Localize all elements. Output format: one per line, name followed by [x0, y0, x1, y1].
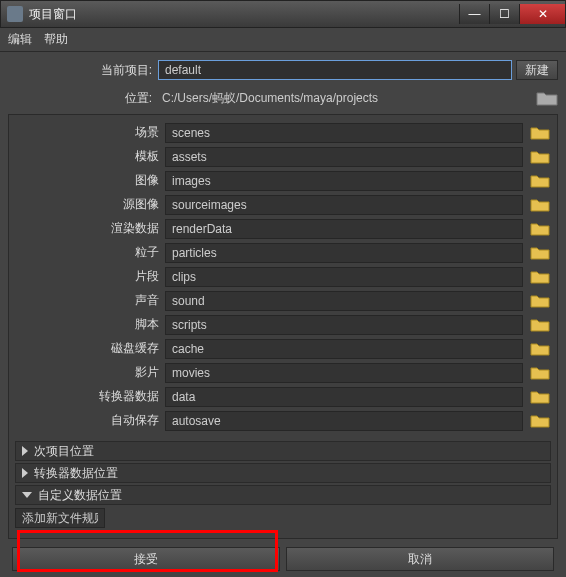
current-project-row: 当前项目: 新建 — [8, 58, 558, 82]
location-row: 声音sound — [15, 289, 551, 312]
current-project-input[interactable] — [158, 60, 512, 80]
location-row-value[interactable]: particles — [165, 243, 523, 263]
location-row-label: 自动保存 — [15, 412, 165, 429]
window-titlebar[interactable]: 项目窗口 — ☐ ✕ — [0, 0, 566, 28]
browse-folder-button[interactable] — [529, 341, 551, 357]
browse-folder-button[interactable] — [529, 125, 551, 141]
browse-folder-button[interactable] — [529, 365, 551, 381]
section-secondary-locations[interactable]: 次项目位置 — [15, 441, 551, 461]
location-row: 转换器数据data — [15, 385, 551, 408]
app-icon — [7, 6, 23, 22]
current-project-label: 当前项目: — [8, 62, 158, 79]
location-row-value[interactable]: scripts — [165, 315, 523, 335]
location-row: 影片movies — [15, 361, 551, 384]
location-row: 片段clips — [15, 265, 551, 288]
browse-folder-button[interactable] — [529, 317, 551, 333]
new-project-button[interactable]: 新建 — [516, 60, 558, 80]
custom-subfield-row — [15, 507, 551, 529]
section-translator-locations[interactable]: 转换器数据位置 — [15, 463, 551, 483]
location-row-value[interactable]: movies — [165, 363, 523, 383]
location-row-value[interactable]: data — [165, 387, 523, 407]
location-row-value[interactable]: sourceimages — [165, 195, 523, 215]
chevron-down-icon — [22, 492, 32, 498]
location-row-label: 磁盘缓存 — [15, 340, 165, 357]
browse-location-button[interactable] — [536, 90, 558, 106]
location-row-label: 声音 — [15, 292, 165, 309]
location-path: C:/Users/蚂蚁/Documents/maya/projects — [158, 90, 530, 107]
close-button[interactable]: ✕ — [519, 4, 565, 24]
location-row-label: 渲染数据 — [15, 220, 165, 237]
browse-folder-button[interactable] — [529, 293, 551, 309]
location-row: 粒子particles — [15, 241, 551, 264]
section-custom-locations[interactable]: 自定义数据位置 — [15, 485, 551, 505]
window-title: 项目窗口 — [29, 6, 459, 23]
browse-folder-button[interactable] — [529, 221, 551, 237]
dialog-button-bar: 接受 取消 — [8, 539, 558, 577]
add-file-rule-input[interactable] — [15, 508, 105, 528]
location-row-value[interactable]: scenes — [165, 123, 523, 143]
location-row: 模板assets — [15, 145, 551, 168]
browse-folder-button[interactable] — [529, 413, 551, 429]
chevron-right-icon — [22, 468, 28, 478]
location-row: 场景scenes — [15, 121, 551, 144]
location-row-label: 转换器数据 — [15, 388, 165, 405]
section-translator-label: 转换器数据位置 — [34, 465, 118, 482]
locations-panel: 场景scenes模板assets图像images源图像sourceimages渲… — [8, 114, 558, 539]
menu-bar: 编辑 帮助 — [0, 28, 566, 52]
maximize-button[interactable]: ☐ — [489, 4, 519, 24]
browse-folder-button[interactable] — [529, 149, 551, 165]
location-row-label: 影片 — [15, 364, 165, 381]
content-area: 当前项目: 新建 位置: C:/Users/蚂蚁/Documents/maya/… — [0, 52, 566, 577]
location-row-label: 图像 — [15, 172, 165, 189]
browse-folder-button[interactable] — [529, 173, 551, 189]
location-row-value[interactable]: clips — [165, 267, 523, 287]
section-custom-label: 自定义数据位置 — [38, 487, 122, 504]
menu-edit[interactable]: 编辑 — [8, 31, 32, 48]
browse-folder-button[interactable] — [529, 389, 551, 405]
location-row-label: 脚本 — [15, 316, 165, 333]
location-row-value[interactable]: cache — [165, 339, 523, 359]
section-secondary-label: 次项目位置 — [34, 443, 94, 460]
location-label: 位置: — [8, 90, 158, 107]
location-row: 自动保存autosave — [15, 409, 551, 432]
location-row-label: 源图像 — [15, 196, 165, 213]
location-row-label: 粒子 — [15, 244, 165, 261]
location-row-value[interactable]: sound — [165, 291, 523, 311]
location-row-label: 片段 — [15, 268, 165, 285]
accept-button[interactable]: 接受 — [12, 547, 280, 571]
location-row-value[interactable]: assets — [165, 147, 523, 167]
location-row-label: 场景 — [15, 124, 165, 141]
location-row: 磁盘缓存cache — [15, 337, 551, 360]
browse-folder-button[interactable] — [529, 245, 551, 261]
minimize-button[interactable]: — — [459, 4, 489, 24]
chevron-right-icon — [22, 446, 28, 456]
location-row: 位置: C:/Users/蚂蚁/Documents/maya/projects — [8, 86, 558, 110]
browse-folder-button[interactable] — [529, 269, 551, 285]
location-row: 图像images — [15, 169, 551, 192]
location-row: 脚本scripts — [15, 313, 551, 336]
location-row-value[interactable]: images — [165, 171, 523, 191]
location-row-value[interactable]: autosave — [165, 411, 523, 431]
location-row: 源图像sourceimages — [15, 193, 551, 216]
menu-help[interactable]: 帮助 — [44, 31, 68, 48]
location-row-label: 模板 — [15, 148, 165, 165]
location-row: 渲染数据renderData — [15, 217, 551, 240]
location-row-value[interactable]: renderData — [165, 219, 523, 239]
browse-folder-button[interactable] — [529, 197, 551, 213]
cancel-button[interactable]: 取消 — [286, 547, 554, 571]
